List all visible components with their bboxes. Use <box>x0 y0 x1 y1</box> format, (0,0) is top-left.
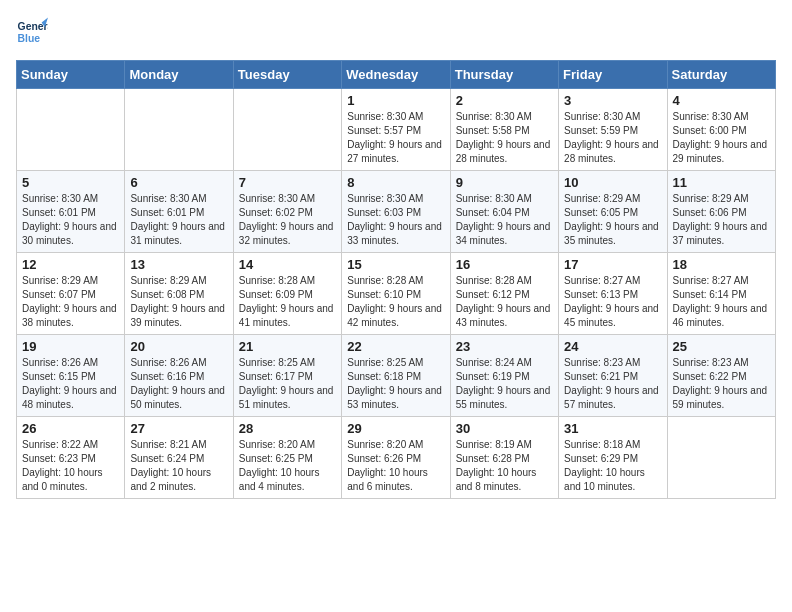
day-info: Sunrise: 8:30 AM Sunset: 6:00 PM Dayligh… <box>673 110 770 166</box>
day-info: Sunrise: 8:23 AM Sunset: 6:22 PM Dayligh… <box>673 356 770 412</box>
calendar-cell: 5Sunrise: 8:30 AM Sunset: 6:01 PM Daylig… <box>17 171 125 253</box>
calendar-cell: 18Sunrise: 8:27 AM Sunset: 6:14 PM Dayli… <box>667 253 775 335</box>
day-number: 9 <box>456 175 553 190</box>
calendar-cell: 27Sunrise: 8:21 AM Sunset: 6:24 PM Dayli… <box>125 417 233 499</box>
day-info: Sunrise: 8:24 AM Sunset: 6:19 PM Dayligh… <box>456 356 553 412</box>
day-number: 18 <box>673 257 770 272</box>
calendar-cell: 14Sunrise: 8:28 AM Sunset: 6:09 PM Dayli… <box>233 253 341 335</box>
day-number: 21 <box>239 339 336 354</box>
weekday-friday: Friday <box>559 61 667 89</box>
day-number: 1 <box>347 93 444 108</box>
calendar-cell: 8Sunrise: 8:30 AM Sunset: 6:03 PM Daylig… <box>342 171 450 253</box>
day-number: 24 <box>564 339 661 354</box>
calendar-table: SundayMondayTuesdayWednesdayThursdayFrid… <box>16 60 776 499</box>
day-info: Sunrise: 8:22 AM Sunset: 6:23 PM Dayligh… <box>22 438 119 494</box>
logo: General Blue <box>16 16 48 48</box>
day-info: Sunrise: 8:29 AM Sunset: 6:08 PM Dayligh… <box>130 274 227 330</box>
calendar-cell: 31Sunrise: 8:18 AM Sunset: 6:29 PM Dayli… <box>559 417 667 499</box>
day-number: 29 <box>347 421 444 436</box>
calendar-cell: 13Sunrise: 8:29 AM Sunset: 6:08 PM Dayli… <box>125 253 233 335</box>
day-number: 26 <box>22 421 119 436</box>
day-info: Sunrise: 8:30 AM Sunset: 6:01 PM Dayligh… <box>130 192 227 248</box>
day-number: 17 <box>564 257 661 272</box>
calendar-cell: 10Sunrise: 8:29 AM Sunset: 6:05 PM Dayli… <box>559 171 667 253</box>
day-number: 22 <box>347 339 444 354</box>
day-number: 31 <box>564 421 661 436</box>
calendar-cell: 17Sunrise: 8:27 AM Sunset: 6:13 PM Dayli… <box>559 253 667 335</box>
day-info: Sunrise: 8:19 AM Sunset: 6:28 PM Dayligh… <box>456 438 553 494</box>
day-info: Sunrise: 8:30 AM Sunset: 5:57 PM Dayligh… <box>347 110 444 166</box>
day-number: 8 <box>347 175 444 190</box>
day-number: 11 <box>673 175 770 190</box>
calendar-cell <box>17 89 125 171</box>
svg-text:Blue: Blue <box>18 33 41 44</box>
day-info: Sunrise: 8:18 AM Sunset: 6:29 PM Dayligh… <box>564 438 661 494</box>
day-info: Sunrise: 8:30 AM Sunset: 6:04 PM Dayligh… <box>456 192 553 248</box>
calendar-week-2: 5Sunrise: 8:30 AM Sunset: 6:01 PM Daylig… <box>17 171 776 253</box>
calendar-cell: 11Sunrise: 8:29 AM Sunset: 6:06 PM Dayli… <box>667 171 775 253</box>
day-info: Sunrise: 8:30 AM Sunset: 5:58 PM Dayligh… <box>456 110 553 166</box>
calendar-cell: 16Sunrise: 8:28 AM Sunset: 6:12 PM Dayli… <box>450 253 558 335</box>
calendar-body: 1Sunrise: 8:30 AM Sunset: 5:57 PM Daylig… <box>17 89 776 499</box>
day-info: Sunrise: 8:26 AM Sunset: 6:15 PM Dayligh… <box>22 356 119 412</box>
calendar-cell <box>667 417 775 499</box>
calendar-cell: 19Sunrise: 8:26 AM Sunset: 6:15 PM Dayli… <box>17 335 125 417</box>
day-info: Sunrise: 8:25 AM Sunset: 6:17 PM Dayligh… <box>239 356 336 412</box>
day-number: 16 <box>456 257 553 272</box>
day-info: Sunrise: 8:30 AM Sunset: 6:02 PM Dayligh… <box>239 192 336 248</box>
calendar-cell: 21Sunrise: 8:25 AM Sunset: 6:17 PM Dayli… <box>233 335 341 417</box>
weekday-header-row: SundayMondayTuesdayWednesdayThursdayFrid… <box>17 61 776 89</box>
calendar-cell: 28Sunrise: 8:20 AM Sunset: 6:25 PM Dayli… <box>233 417 341 499</box>
calendar-cell: 7Sunrise: 8:30 AM Sunset: 6:02 PM Daylig… <box>233 171 341 253</box>
day-info: Sunrise: 8:23 AM Sunset: 6:21 PM Dayligh… <box>564 356 661 412</box>
day-number: 5 <box>22 175 119 190</box>
weekday-thursday: Thursday <box>450 61 558 89</box>
day-number: 4 <box>673 93 770 108</box>
day-info: Sunrise: 8:25 AM Sunset: 6:18 PM Dayligh… <box>347 356 444 412</box>
day-info: Sunrise: 8:28 AM Sunset: 6:12 PM Dayligh… <box>456 274 553 330</box>
calendar-cell: 15Sunrise: 8:28 AM Sunset: 6:10 PM Dayli… <box>342 253 450 335</box>
day-number: 14 <box>239 257 336 272</box>
day-info: Sunrise: 8:21 AM Sunset: 6:24 PM Dayligh… <box>130 438 227 494</box>
calendar-cell: 12Sunrise: 8:29 AM Sunset: 6:07 PM Dayli… <box>17 253 125 335</box>
calendar-cell: 4Sunrise: 8:30 AM Sunset: 6:00 PM Daylig… <box>667 89 775 171</box>
day-info: Sunrise: 8:29 AM Sunset: 6:06 PM Dayligh… <box>673 192 770 248</box>
day-info: Sunrise: 8:28 AM Sunset: 6:10 PM Dayligh… <box>347 274 444 330</box>
day-number: 15 <box>347 257 444 272</box>
day-number: 23 <box>456 339 553 354</box>
calendar-cell: 25Sunrise: 8:23 AM Sunset: 6:22 PM Dayli… <box>667 335 775 417</box>
calendar-cell: 23Sunrise: 8:24 AM Sunset: 6:19 PM Dayli… <box>450 335 558 417</box>
calendar-cell: 3Sunrise: 8:30 AM Sunset: 5:59 PM Daylig… <box>559 89 667 171</box>
calendar-cell: 2Sunrise: 8:30 AM Sunset: 5:58 PM Daylig… <box>450 89 558 171</box>
day-info: Sunrise: 8:28 AM Sunset: 6:09 PM Dayligh… <box>239 274 336 330</box>
day-number: 25 <box>673 339 770 354</box>
day-number: 13 <box>130 257 227 272</box>
day-info: Sunrise: 8:29 AM Sunset: 6:05 PM Dayligh… <box>564 192 661 248</box>
calendar-cell <box>125 89 233 171</box>
calendar-week-5: 26Sunrise: 8:22 AM Sunset: 6:23 PM Dayli… <box>17 417 776 499</box>
day-info: Sunrise: 8:26 AM Sunset: 6:16 PM Dayligh… <box>130 356 227 412</box>
day-info: Sunrise: 8:20 AM Sunset: 6:25 PM Dayligh… <box>239 438 336 494</box>
calendar-week-3: 12Sunrise: 8:29 AM Sunset: 6:07 PM Dayli… <box>17 253 776 335</box>
day-number: 7 <box>239 175 336 190</box>
day-info: Sunrise: 8:30 AM Sunset: 6:03 PM Dayligh… <box>347 192 444 248</box>
day-number: 3 <box>564 93 661 108</box>
day-info: Sunrise: 8:30 AM Sunset: 5:59 PM Dayligh… <box>564 110 661 166</box>
day-number: 19 <box>22 339 119 354</box>
day-number: 27 <box>130 421 227 436</box>
day-info: Sunrise: 8:29 AM Sunset: 6:07 PM Dayligh… <box>22 274 119 330</box>
calendar-cell: 9Sunrise: 8:30 AM Sunset: 6:04 PM Daylig… <box>450 171 558 253</box>
calendar-cell: 30Sunrise: 8:19 AM Sunset: 6:28 PM Dayli… <box>450 417 558 499</box>
weekday-wednesday: Wednesday <box>342 61 450 89</box>
day-number: 28 <box>239 421 336 436</box>
day-number: 2 <box>456 93 553 108</box>
day-info: Sunrise: 8:27 AM Sunset: 6:13 PM Dayligh… <box>564 274 661 330</box>
day-info: Sunrise: 8:30 AM Sunset: 6:01 PM Dayligh… <box>22 192 119 248</box>
calendar-week-4: 19Sunrise: 8:26 AM Sunset: 6:15 PM Dayli… <box>17 335 776 417</box>
day-info: Sunrise: 8:27 AM Sunset: 6:14 PM Dayligh… <box>673 274 770 330</box>
logo-icon: General Blue <box>16 16 48 48</box>
day-number: 12 <box>22 257 119 272</box>
calendar-cell: 1Sunrise: 8:30 AM Sunset: 5:57 PM Daylig… <box>342 89 450 171</box>
weekday-sunday: Sunday <box>17 61 125 89</box>
calendar-cell: 24Sunrise: 8:23 AM Sunset: 6:21 PM Dayli… <box>559 335 667 417</box>
